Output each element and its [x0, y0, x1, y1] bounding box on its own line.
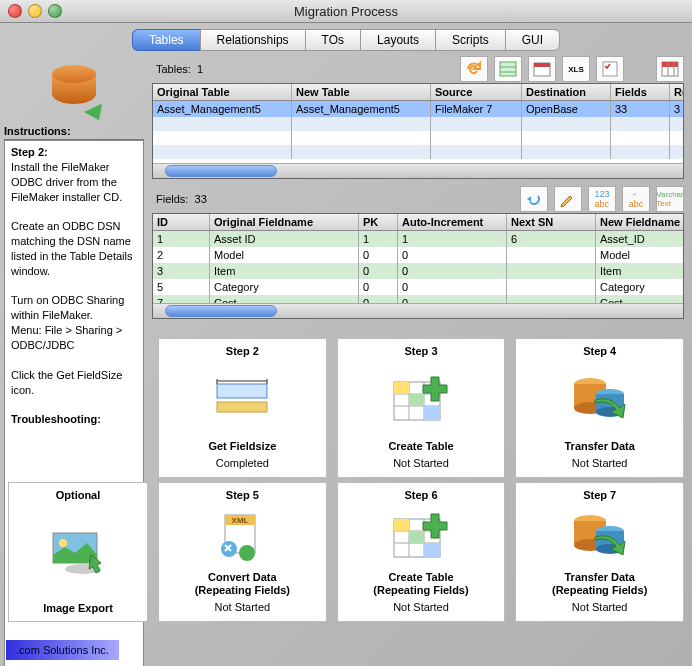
checklist-icon[interactable] [596, 56, 624, 82]
db-arrow-icon [518, 361, 681, 438]
step-status: Not Started [215, 601, 271, 613]
tab-relationships[interactable]: Relationships [200, 29, 305, 51]
step-label: Get Fieldsize [208, 440, 276, 453]
table-row-empty [153, 131, 683, 145]
svg-rect-46 [424, 543, 440, 557]
undo-icon[interactable] [520, 186, 548, 212]
step-card-step-3[interactable]: Step 3Create TableNot Started [337, 338, 506, 478]
svg-text:XML: XML [232, 516, 249, 525]
step-status: Not Started [393, 601, 449, 613]
ruler-icon [161, 361, 324, 438]
svg-rect-45 [409, 531, 424, 543]
step-card-step-2[interactable]: Step 2Get FieldsizeCompleted [158, 338, 327, 478]
db-arrow-icon [518, 505, 681, 569]
svg-rect-10 [217, 384, 267, 398]
svg-rect-23 [424, 406, 440, 420]
tables-hscroll[interactable] [153, 163, 683, 178]
step-status: Not Started [572, 601, 628, 613]
col-destination[interactable]: Destination [522, 84, 611, 100]
xls-export-icon[interactable]: XLS [562, 56, 590, 82]
col-new-fieldname[interactable]: New Fieldname [596, 214, 683, 230]
xml-icon: XML [161, 505, 324, 569]
refresh-icon[interactable] [460, 56, 488, 82]
step-label: Create Table (Repeating Fields) [373, 571, 468, 597]
col-new-table[interactable]: New Table [292, 84, 431, 100]
window-title: Migration Process [0, 4, 692, 19]
window-titlebar: Migration Process [0, 0, 692, 23]
instructions-step-label: Step 2: [11, 146, 48, 158]
step-title: Step 6 [404, 489, 437, 501]
col-source[interactable]: Source [431, 84, 522, 100]
step-status: Completed [216, 457, 269, 469]
svg-rect-44 [394, 519, 409, 531]
fields-hscroll[interactable] [153, 303, 683, 318]
col-records[interactable]: Records [670, 84, 683, 100]
svg-rect-21 [394, 382, 409, 394]
col-fields[interactable]: Fields [611, 84, 670, 100]
step-status: Not Started [393, 457, 449, 469]
step-label: Transfer Data (Repeating Fields) [552, 571, 647, 597]
step-title: Step 7 [583, 489, 616, 501]
col-auto-incr[interactable]: Auto-Increment [398, 214, 507, 230]
svg-point-31 [59, 539, 67, 547]
table-row-empty [153, 117, 683, 131]
step-title: Step 2 [226, 345, 259, 357]
optional-image-export-card[interactable]: OptionalImage Export [8, 482, 148, 622]
tab-gui[interactable]: GUI [505, 29, 560, 51]
field-row[interactable]: 5Category00Category [153, 279, 683, 295]
table-plus-icon [340, 361, 503, 438]
step-status: Not Started [572, 457, 628, 469]
app-logo-icon [44, 59, 104, 119]
step-label: Image Export [43, 602, 113, 615]
image-icon [11, 505, 145, 600]
svg-point-37 [239, 545, 255, 561]
main-tabbar: Tables Relationships TOs Layouts Scripts… [0, 23, 692, 53]
table-plus-icon [340, 505, 503, 569]
tab-scripts[interactable]: Scripts [435, 29, 505, 51]
col-next-sn[interactable]: Next SN [507, 214, 596, 230]
table-view-icon[interactable] [656, 56, 684, 82]
step-card-step-6[interactable]: Step 6Create Table (Repeating Fields)Not… [337, 482, 506, 622]
field-row[interactable]: 2Model00Model [153, 247, 683, 263]
svg-rect-22 [409, 394, 424, 406]
tab-tables[interactable]: Tables [132, 29, 200, 51]
number-type-icon[interactable]: 123abc [588, 186, 616, 212]
step-label: Create Table [388, 440, 453, 453]
fields-grid[interactable]: ID Original Fieldname PK Auto-Increment … [152, 213, 684, 319]
svg-rect-11 [217, 402, 267, 412]
varchar-type-icon[interactable]: VarcharText [656, 186, 684, 212]
svg-rect-4 [534, 63, 550, 67]
step-card-step-4[interactable]: Step 4Transfer DataNot Started [515, 338, 684, 478]
field-row[interactable]: 1Asset ID116Asset_ID [153, 231, 683, 247]
fields-section-label: Fields: 33 [152, 191, 211, 207]
step-card-step-5[interactable]: Step 5XMLConvert Data (Repeating Fields)… [158, 482, 327, 622]
step-title: Step 4 [583, 345, 616, 357]
field-row[interactable]: 7Cost00Cost [153, 295, 683, 303]
step-label: Convert Data (Repeating Fields) [195, 571, 290, 597]
col-original-table[interactable]: Original Table [153, 84, 292, 100]
tables-grid[interactable]: Original Table New Table Source Destinat… [152, 83, 684, 179]
col-id[interactable]: ID [153, 214, 210, 230]
footer-company: .com Solutions Inc. [6, 640, 119, 660]
step-label: Transfer Data [565, 440, 635, 453]
table-row[interactable]: Asset_Management5 Asset_Management5 File… [153, 101, 683, 117]
svg-rect-7 [662, 62, 678, 67]
calendar-icon[interactable] [528, 56, 556, 82]
table-row-empty [153, 145, 683, 159]
col-orig-fieldname[interactable]: Original Fieldname [210, 214, 359, 230]
step-title: Optional [56, 489, 101, 501]
svg-rect-0 [500, 62, 516, 76]
col-pk[interactable]: PK [359, 214, 398, 230]
text-type-icon[interactable]: →abc [622, 186, 650, 212]
tab-tos[interactable]: TOs [305, 29, 360, 51]
step-title: Step 5 [226, 489, 259, 501]
edit-pencil-icon[interactable] [554, 186, 582, 212]
tab-layouts[interactable]: Layouts [360, 29, 435, 51]
grid-edit-icon[interactable] [494, 56, 522, 82]
step-title: Step 3 [404, 345, 437, 357]
step-card-step-7[interactable]: Step 7Transfer Data (Repeating Fields)No… [515, 482, 684, 622]
field-row[interactable]: 3Item00Item [153, 263, 683, 279]
tables-section-label: Tables: 1 [152, 61, 207, 77]
instructions-header: Instructions: [4, 123, 144, 140]
